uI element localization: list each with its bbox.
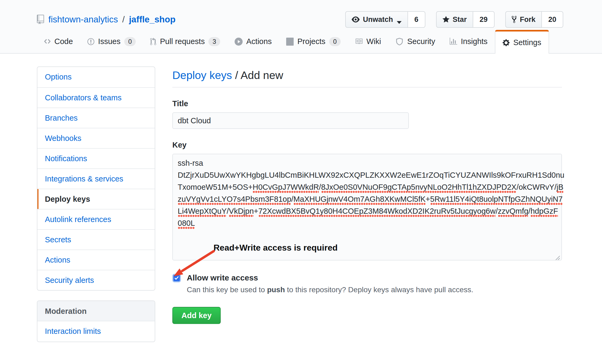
sidebar-item-actions[interactable]: Actions — [37, 250, 155, 270]
watch-count[interactable]: 6 — [408, 11, 425, 28]
key-text-line: DtZjrXuD5UwXwYKHgbgLU4lbCmBiKHLWX92xCXQP… — [178, 169, 557, 181]
sidebar-item-options[interactable]: Options — [37, 67, 155, 87]
key-textarea[interactable]: ssh-rsaDtZjrXuD5UwXwYKHgbgLU4lbCmBiKHLWX… — [172, 154, 562, 260]
tab-security[interactable]: Security — [388, 30, 442, 53]
tab-count-badge: 3 — [208, 37, 220, 46]
tab-label: Actions — [246, 37, 272, 46]
title-label: Title — [172, 99, 562, 108]
tab-label: Code — [55, 37, 73, 46]
spellcheck-underline: 8JxOe0S0VNuOF9gCTAp5nvyNLoO2HhTl1hZXDJPD… — [321, 183, 516, 191]
tab-issues[interactable]: Issues0 — [80, 30, 143, 53]
spellcheck-underline: Li4WepXtQuY — [178, 207, 227, 215]
book-icon — [355, 38, 363, 46]
repo-title: fishtown-analytics / jaffle_shop — [37, 14, 176, 25]
settings-menu: OptionsCollaborators & teamsBranchesWebh… — [37, 66, 155, 291]
tab-projects[interactable]: Projects0 — [279, 30, 348, 53]
tab-code[interactable]: Code — [37, 30, 80, 53]
allow-write-access-checkbox[interactable] — [172, 274, 181, 282]
settings-sidebar: OptionsCollaborators & teamsBranchesWebh… — [37, 66, 155, 342]
gear-icon — [503, 39, 510, 47]
sidebar-item-deploy-keys[interactable]: Deploy keys — [37, 189, 155, 209]
spellcheck-underline: VkDjpn — [229, 207, 254, 215]
deploy-keys-form: Deploy keys / Add new Title Key ssh-rsaD… — [172, 66, 562, 342]
sidebar-item-interaction-limits[interactable]: Interaction limits — [37, 321, 155, 342]
sidebar-item-autolink-references[interactable]: Autolink references — [37, 209, 155, 229]
star-button-label: Star — [453, 15, 467, 24]
caret-down-icon — [397, 18, 402, 21]
watch-button-label: Unwatch — [363, 15, 393, 24]
spellcheck-underline: 080L — [178, 219, 195, 227]
spellcheck-underline: hdpGzF — [530, 207, 558, 215]
settings-content: OptionsCollaborators & teamsBranchesWebh… — [37, 54, 563, 342]
graph-icon — [450, 38, 457, 46]
watch-button[interactable]: Unwatch — [345, 11, 408, 28]
repo-book-icon — [37, 15, 44, 24]
moderation-menu: Moderation Interaction limits — [37, 300, 155, 342]
breadcrumb-current: Add new — [240, 69, 283, 81]
tab-wiki[interactable]: Wiki — [348, 30, 388, 53]
star-button-group: Star29 — [436, 11, 495, 28]
page-title: Deploy keys / Add new — [172, 69, 562, 88]
repo-header: fishtown-analytics / jaffle_shop Unwatch… — [0, 0, 602, 54]
spellcheck-underline: zzvQmfg — [498, 207, 528, 215]
shield-icon — [395, 38, 403, 46]
tab-insights[interactable]: Insights — [442, 30, 495, 53]
allow-write-access-row: Allow write access Can this key be used … — [172, 272, 562, 294]
tab-count-badge: 0 — [329, 37, 341, 46]
fork-button-label: Fork — [520, 15, 535, 24]
issue-opened-icon — [87, 38, 94, 46]
read-write-annotation: Read+Write access is required — [213, 242, 338, 254]
star-icon — [442, 15, 449, 23]
fork-button[interactable]: Fork — [505, 11, 542, 28]
code-icon — [44, 38, 51, 46]
key-text: ssh-rsaDtZjrXuD5UwXwYKHgbgLU4lbCmBiKHLWX… — [178, 157, 557, 229]
fork-count[interactable]: 20 — [542, 11, 563, 28]
watch-button-group: Unwatch6 — [345, 11, 425, 28]
title-input[interactable] — [172, 112, 409, 129]
repo-path-separator: / — [122, 14, 125, 25]
project-icon — [286, 38, 294, 46]
spellcheck-underline: zuVYgVv1cLYO7s4Pbsm3F81op — [178, 195, 291, 203]
sidebar-item-security-alerts[interactable]: Security alerts — [37, 270, 155, 290]
star-count[interactable]: 29 — [473, 11, 495, 28]
git-pull-request-icon — [150, 38, 156, 46]
allow-write-access-label: Allow write access — [187, 272, 473, 282]
spellcheck-underline: 72XcwdBX5BvQ1y80H4COEpZ3M84WkodXD2IK2ruR… — [258, 207, 496, 215]
sidebar-item-secrets[interactable]: Secrets — [37, 229, 155, 250]
tab-label: Projects — [297, 37, 325, 46]
star-button[interactable]: Star — [436, 11, 473, 28]
fork-icon — [512, 15, 517, 23]
sidebar-item-integrations-services[interactable]: Integrations & services — [37, 168, 155, 189]
add-key-button[interactable]: Add key — [172, 307, 221, 324]
spellcheck-underline: H0CvGpJ7WWkdR — [253, 183, 319, 191]
sidebar-item-notifications[interactable]: Notifications — [37, 148, 155, 168]
repo-name-link[interactable]: jaffle_shop — [129, 14, 176, 25]
repo-nav-tabs: CodeIssues0Pull requests3ActionsProjects… — [37, 30, 563, 53]
key-text-line: zuVYgVv1cLYO7s4Pbsm3F81op/MaXHUGjnwV4Om7… — [178, 193, 557, 205]
moderation-heading: Moderation — [37, 301, 155, 321]
eye-icon — [352, 15, 360, 23]
github-repo-settings-page: fishtown-analytics / jaffle_shop Unwatch… — [0, 0, 602, 342]
tab-label: Settings — [513, 38, 541, 47]
sidebar-item-webhooks[interactable]: Webhooks — [37, 128, 155, 148]
tab-pull-requests[interactable]: Pull requests3 — [143, 30, 227, 53]
key-text-line: Li4WepXtQuY/VkDjpn+72XcwdBX5BvQ1y80H4COE… — [178, 205, 557, 217]
check-icon — [174, 275, 179, 281]
sidebar-item-branches[interactable]: Branches — [37, 108, 155, 128]
tab-label: Wiki — [366, 37, 381, 46]
tab-settings[interactable]: Settings — [495, 30, 549, 54]
tab-label: Security — [407, 37, 435, 46]
textarea-resize-grip-icon[interactable] — [554, 252, 561, 259]
tab-label: Insights — [461, 37, 488, 46]
tab-count-badge: 0 — [124, 37, 136, 46]
repo-social-buttons: Unwatch6Star29Fork20 — [345, 11, 563, 28]
sidebar-item-collaborators-teams[interactable]: Collaborators & teams — [37, 87, 155, 108]
repo-owner-link[interactable]: fishtown-analytics — [48, 14, 118, 25]
key-text-line: ssh-rsa — [178, 157, 557, 169]
deploy-keys-breadcrumb-link[interactable]: Deploy keys — [172, 69, 232, 81]
tab-label: Pull requests — [160, 37, 205, 46]
tab-actions[interactable]: Actions — [227, 30, 279, 53]
spellcheck-underline: MaXHUGjnwV4Om7AGh8XKwMCl5fK — [293, 195, 426, 203]
fork-button-group: Fork20 — [505, 11, 563, 28]
key-label: Key — [172, 141, 562, 149]
